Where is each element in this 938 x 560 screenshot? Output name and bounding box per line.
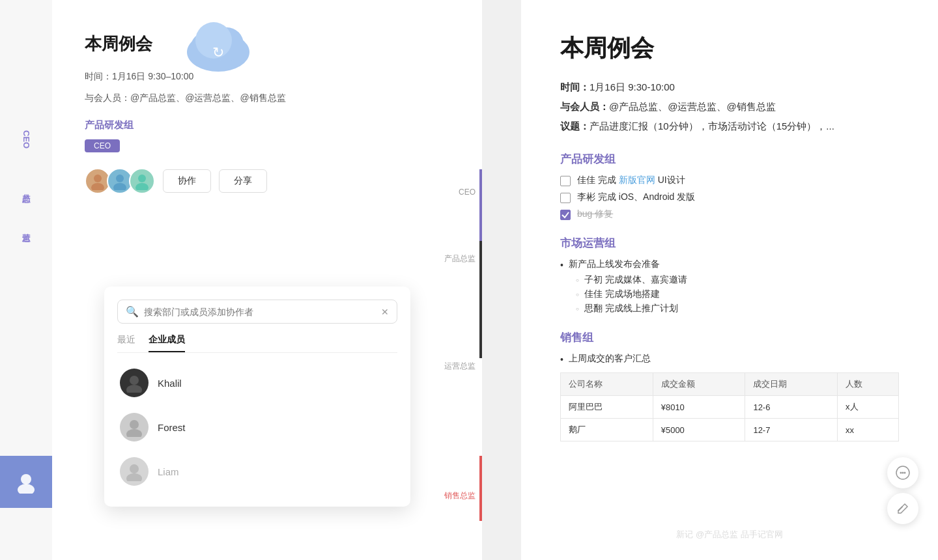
cell-amount-2: ¥5000 (653, 419, 745, 441)
svg-point-5 (21, 474, 31, 484)
watermark: 新记 @产品总监 品手记官网 (676, 529, 782, 540)
note-attendees: 与会人员：@产品总监、@运营总监、@销售总监 (85, 90, 449, 106)
member-name-forest: Forest (158, 422, 186, 433)
tab-members[interactable]: 企业成员 (149, 334, 185, 352)
svg-point-20 (900, 472, 902, 474)
task-link[interactable]: 新版官网 (619, 175, 655, 185)
sub-item-zichi: ○ 子初 完成媒体、嘉宾邀请 (576, 274, 899, 286)
member-name-liam: Liam (158, 466, 179, 477)
bullet-dot: • (560, 260, 563, 270)
task-bug: bug 修复 (560, 208, 899, 220)
marker-product: 产品总监 (444, 253, 476, 264)
sidebar-item-ceo[interactable]: CEO (21, 130, 31, 148)
tag-ceo: CEO (85, 137, 449, 152)
checkbox-bug[interactable] (560, 210, 571, 220)
col-date: 成交日期 (745, 373, 838, 396)
sales-main-item: • 上周成交的客户汇总 (560, 353, 899, 365)
share-button[interactable]: 分享 (219, 169, 267, 193)
cell-company-1: 阿里巴巴 (561, 396, 653, 419)
cell-amount-1: ¥8010 (653, 396, 745, 419)
clear-icon[interactable]: ✕ (381, 307, 389, 317)
avatar-khalil (120, 369, 149, 397)
right-doc-panel: 本周例会 时间：1月16日 9:30-10:00 与会人员：@产品总监、@运营总… (521, 0, 938, 560)
svg-point-10 (113, 183, 126, 190)
task-text-libin: 李彬 完成 iOS、Android 发版 (577, 191, 899, 203)
cloud-icon-wrapper: ↻ (182, 13, 254, 74)
checkbox-jiajia[interactable] (560, 176, 571, 186)
marketing-sub-list: ○ 子初 完成媒体、嘉宾邀请 ○ 佳佳 完成场地搭建 ○ 思翻 完成线上推广计划 (576, 274, 899, 315)
sub-text-jiajia2: 佳佳 完成场地搭建 (584, 288, 660, 300)
sidebar: CEO 产品总监 运营总监 (0, 0, 52, 560)
marker-ceo: CEO (459, 188, 476, 197)
member-list: Khalil Forest Liam (117, 361, 397, 494)
doc-section-marketing: 市场运营组 (560, 236, 899, 251)
sub-item-sifan: ○ 思翻 完成线上推广计划 (576, 303, 899, 315)
checkbox-libin[interactable] (560, 193, 571, 203)
collaborator-row: 协作 分享 (85, 168, 449, 194)
svg-point-18 (126, 473, 142, 481)
col-company: 公司名称 (561, 373, 653, 396)
svg-point-16 (126, 429, 142, 437)
member-name-khalil: Khalil (158, 378, 182, 389)
search-icon: 🔍 (126, 305, 139, 318)
cell-people-1: x人 (838, 396, 899, 419)
chat-button[interactable] (887, 457, 918, 488)
marketing-main-text: 新产品上线发布会准备 (569, 259, 660, 270)
svg-point-17 (130, 464, 139, 473)
vert-bar-red (479, 456, 482, 521)
collab-button[interactable]: 协作 (163, 169, 211, 193)
task-jiajia: 佳佳 完成 新版官网 UI设计 (560, 175, 899, 186)
marketing-list: • 新产品上线发布会准备 ○ 子初 完成媒体、嘉宾邀请 ○ 佳佳 完成场地搭建 … (560, 259, 899, 315)
sales-table: 公司名称 成交金额 成交日期 人数 阿里巴巴 ¥8010 12-6 x人 鹅厂 … (560, 372, 899, 441)
task-text-bug: bug 修复 (577, 208, 899, 220)
task-libin: 李彬 完成 iOS、Android 发版 (560, 191, 899, 203)
cell-date-2: 12-7 (745, 419, 838, 441)
sales-bullet-dot: • (560, 354, 563, 365)
doc-title: 本周例会 (560, 33, 899, 64)
svg-point-11 (138, 175, 146, 182)
svg-point-8 (91, 183, 104, 190)
member-item-khalil[interactable]: Khalil (117, 361, 397, 405)
sub-dot-2: ○ (576, 292, 579, 298)
user-avatar-sidebar[interactable] (0, 456, 52, 508)
edit-button[interactable] (887, 493, 918, 524)
avatar-3[interactable] (129, 168, 155, 194)
table-row-tencent: 鹅厂 ¥5000 12-7 xx (561, 419, 899, 441)
marker-ops: 运营总监 (444, 361, 476, 372)
sub-dot-3: ○ (576, 306, 579, 312)
section-product-left: 产品研发组 (85, 119, 449, 132)
doc-section-product: 产品研发组 (560, 152, 899, 167)
svg-point-13 (130, 376, 139, 385)
doc-section-sales: 销售组 (560, 330, 899, 345)
share-panel: 🔍 ✕ 最近 企业成员 Khalil Forest (104, 287, 410, 507)
doc-meta: 时间：1月16日 9:30-10:00 与会人员：@产品总监、@运营总监、@销售… (560, 77, 899, 136)
svg-point-15 (130, 420, 139, 429)
search-input[interactable] (144, 307, 376, 317)
svg-point-7 (94, 175, 102, 182)
cell-company-2: 鹅厂 (561, 419, 653, 441)
col-people: 人数 (838, 373, 899, 396)
sub-text-sifan: 思翻 完成线上推广计划 (584, 303, 678, 315)
avatar-liam (120, 457, 149, 486)
member-item-forest[interactable]: Forest (117, 405, 397, 449)
avatar-forest (120, 413, 149, 441)
vert-bar-purple (479, 169, 482, 241)
tab-recent[interactable]: 最近 (117, 334, 135, 352)
table-row-alibaba: 阿里巴巴 ¥8010 12-6 x人 (561, 396, 899, 419)
avatar-group (85, 168, 155, 194)
svg-point-21 (902, 472, 904, 474)
cell-people-2: xx (838, 419, 899, 441)
sales-list: • 上周成交的客户汇总 (560, 353, 899, 365)
svg-point-6 (18, 484, 35, 494)
task-text-jiajia: 佳佳 完成 新版官网 UI设计 (577, 175, 899, 186)
sub-text-zichi: 子初 完成媒体、嘉宾邀请 (584, 274, 687, 286)
member-item-liam[interactable]: Liam (117, 449, 397, 494)
svg-text:↻: ↻ (212, 44, 224, 61)
sub-item-jiajia2: ○ 佳佳 完成场地搭建 (576, 288, 899, 300)
marker-sales: 销售总监 (444, 490, 476, 501)
note-title: 本周例会 (85, 33, 449, 55)
search-box[interactable]: 🔍 ✕ (117, 300, 397, 324)
note-time: 时间：1月16日 9:30–10:00 (85, 68, 449, 85)
vert-bar-dark (479, 241, 482, 358)
svg-point-9 (116, 175, 124, 182)
